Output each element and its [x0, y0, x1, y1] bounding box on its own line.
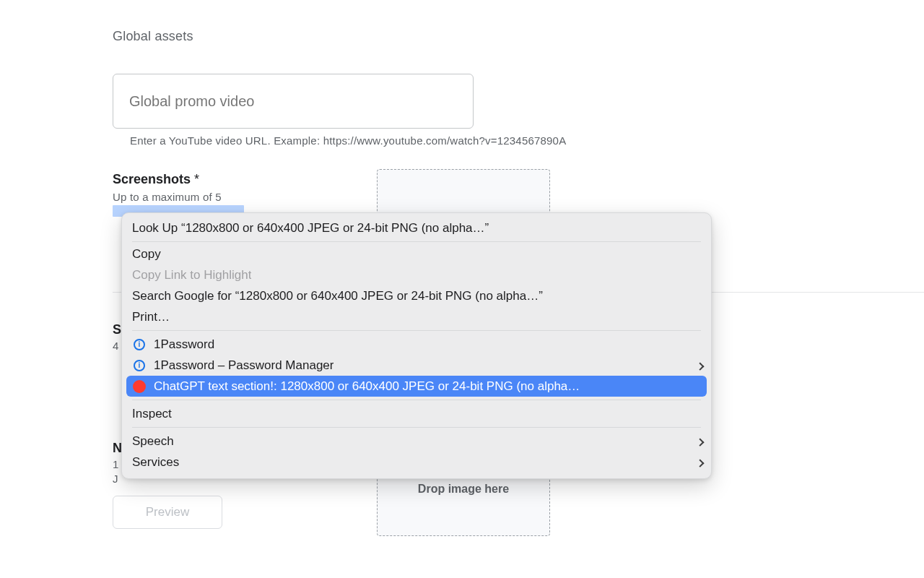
record-dot-icon: [132, 379, 147, 394]
menu-separator: [132, 427, 701, 428]
menu-item-1password-label: 1Password: [154, 337, 214, 352]
context-menu[interactable]: Look Up “924x578 or 640x400 JPEG or 24-…: [121, 212, 712, 479]
menu-item-look-up[interactable]: Look Up “924x578 or 640x400 JPEG or 24-…: [122, 217, 711, 238]
peek-letter-j: J: [113, 473, 118, 485]
menu-item-services-label: Services: [132, 455, 179, 470]
menu-item-inspect[interactable]: Inspect: [122, 403, 711, 424]
menu-item-copy-link-to-highlight: Copy Link to Highlight: [122, 264, 711, 285]
preview-button[interactable]: Preview: [113, 496, 222, 529]
menu-separator: [132, 330, 701, 331]
onepassword-icon: i: [132, 358, 147, 373]
menu-item-search-google[interactable]: Search Google for “924x578 or 640x400 J…: [122, 285, 711, 306]
preview-button-label: Preview: [146, 505, 189, 519]
menu-separator: [132, 241, 701, 242]
menu-separator: [132, 400, 701, 400]
menu-item-services[interactable]: Services: [122, 452, 711, 473]
menu-item-copy[interactable]: Copy: [122, 243, 711, 264]
dropzone-label: Drop image here: [418, 483, 509, 496]
menu-item-1password-manager[interactable]: i 1Password – Password Manager: [122, 355, 711, 376]
menu-item-1password-manager-label: 1Password – Password Manager: [154, 358, 334, 373]
menu-item-print-label: Print…: [132, 310, 170, 324]
menu-item-search-google-label: Search Google for “924x578 or 640x400 J…: [132, 289, 543, 303]
chevron-right-icon: [696, 362, 704, 370]
video-url-hint: Enter a YouTube video URL. Example: http…: [130, 134, 566, 147]
menu-item-copy-label: Copy: [132, 247, 161, 262]
menu-item-speech[interactable]: Speech: [122, 431, 711, 452]
peek-digit-4: 4: [113, 340, 118, 352]
menu-item-copy-link-label: Copy Link to Highlight: [132, 268, 251, 282]
menu-item-chatgpt[interactable]: ChatGPT text section!: 924x578 or 640x4…: [126, 376, 707, 397]
screenshots-label: Screenshots *: [113, 172, 199, 187]
menu-item-print[interactable]: Print…: [122, 306, 711, 327]
chevron-right-icon: [696, 459, 704, 467]
chevron-right-icon: [696, 438, 704, 446]
screenshots-subtext: Up to a maximum of 5: [113, 191, 222, 203]
global-promo-video-input[interactable]: [113, 74, 474, 129]
onepassword-icon: i: [132, 337, 147, 352]
section-title-global-assets: Global assets: [113, 29, 193, 44]
peek-digit-1: 1: [113, 458, 118, 470]
screenshots-required-marker: *: [194, 172, 199, 186]
screenshots-label-text: Screenshots: [113, 172, 191, 186]
menu-item-1password[interactable]: i 1Password: [122, 334, 711, 355]
menu-item-look-up-label: Look Up “924x578 or 640x400 JPEG or 24-…: [132, 221, 489, 236]
menu-item-chatgpt-label: ChatGPT text section!: 924x578 or 640x4…: [154, 379, 580, 394]
peek-letter-s: S: [113, 322, 121, 337]
menu-item-inspect-label: Inspect: [132, 407, 172, 421]
menu-item-speech-label: Speech: [132, 434, 174, 449]
